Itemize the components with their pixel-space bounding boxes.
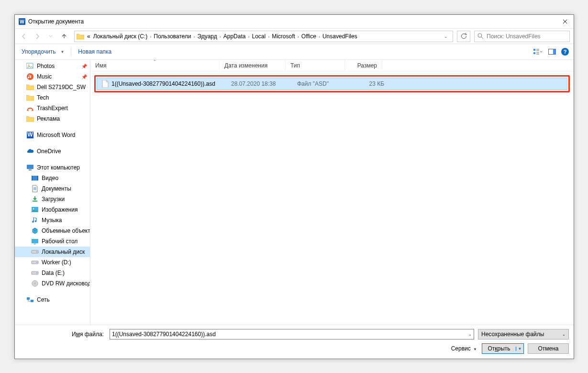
filename-input[interactable]: 1((Unsaved-308277901404224160)).asd ⌄ bbox=[110, 329, 474, 339]
separator bbox=[71, 47, 71, 57]
docs-icon bbox=[31, 185, 39, 192]
breadcrumb-separator-icon[interactable]: › bbox=[317, 34, 322, 39]
file-type-filter[interactable]: Несохраненные файлы ⌄ bbox=[478, 329, 569, 339]
refresh-button[interactable] bbox=[457, 31, 470, 42]
sidebar-item[interactable]: OneDrive bbox=[15, 146, 90, 157]
address-expand[interactable]: ⌄ bbox=[441, 34, 451, 39]
folder-icon bbox=[26, 94, 34, 102]
sidebar-item[interactable]: Music📌 bbox=[15, 71, 90, 82]
sidebar-item[interactable]: Сеть bbox=[15, 294, 90, 305]
arrow-up-icon bbox=[61, 33, 67, 40]
breadcrumb-separator-icon[interactable]: › bbox=[148, 34, 153, 39]
sidebar-item-label: Объемные объекты bbox=[42, 227, 90, 234]
close-button[interactable] bbox=[558, 15, 572, 28]
sidebar-item[interactable]: Локальный диск bbox=[15, 247, 90, 257]
breadcrumb-segment[interactable]: Local bbox=[251, 33, 266, 40]
sidebar-item[interactable]: Tech bbox=[15, 92, 90, 103]
breadcrumb-overflow[interactable]: « bbox=[86, 33, 91, 40]
svg-rect-12 bbox=[27, 165, 33, 169]
sidebar-item[interactable]: Photos📌 bbox=[15, 61, 90, 71]
breadcrumb-separator-icon[interactable]: › bbox=[192, 34, 197, 39]
sidebar-item[interactable]: Музыка bbox=[15, 215, 90, 226]
sidebar-item[interactable]: WMicrosoft Word bbox=[15, 130, 90, 140]
sidebar-item[interactable]: Изображения bbox=[15, 204, 90, 215]
breadcrumb-segment[interactable]: Эдуард bbox=[197, 33, 218, 40]
svg-point-18 bbox=[33, 208, 34, 210]
col-date[interactable]: Дата изменения bbox=[220, 60, 286, 71]
svg-rect-14 bbox=[32, 176, 38, 181]
open-button[interactable]: Открыть ▼ bbox=[482, 343, 524, 354]
breadcrumb-segment[interactable]: Пользователи bbox=[153, 33, 192, 40]
breadcrumb-separator-icon[interactable]: › bbox=[296, 34, 300, 39]
help-button[interactable]: ? bbox=[561, 48, 569, 56]
breadcrumb-separator-icon[interactable]: › bbox=[266, 34, 271, 39]
sidebar-item[interactable]: Рабочий стол bbox=[15, 236, 90, 247]
video-icon bbox=[31, 174, 39, 182]
sidebar-item[interactable]: Dell S2719DC_SW bbox=[15, 82, 90, 92]
organize-button[interactable]: Упорядочить bbox=[20, 46, 57, 57]
folder-icon bbox=[26, 83, 34, 91]
sidebar-item[interactable]: Документы bbox=[15, 183, 90, 194]
chevron-down-icon bbox=[49, 34, 53, 38]
dialog-title: Открытие документа bbox=[28, 18, 558, 25]
svg-point-9 bbox=[32, 110, 33, 111]
new-folder-button[interactable]: Новая папка bbox=[76, 46, 113, 57]
sidebar-item-label: Photos bbox=[37, 63, 55, 69]
refresh-icon bbox=[460, 33, 467, 40]
search-input[interactable]: Поиск: UnsavedFiles bbox=[474, 31, 570, 42]
svg-rect-30 bbox=[31, 300, 33, 302]
folder-icon bbox=[26, 115, 34, 123]
nav-recent-button[interactable] bbox=[44, 30, 57, 43]
sidebar-item[interactable]: Видео bbox=[15, 173, 90, 183]
sidebar-item[interactable]: Реклама bbox=[15, 113, 90, 124]
nav-up-button[interactable] bbox=[58, 30, 70, 43]
nav-back-button[interactable] bbox=[18, 30, 30, 43]
breadcrumb-segment[interactable]: Microsoft bbox=[271, 33, 296, 40]
column-headers: ⌃Имя Дата изменения Тип Размер bbox=[90, 60, 574, 71]
col-name[interactable]: ⌃Имя bbox=[90, 60, 220, 71]
file-row[interactable]: 1((Unsaved-308277901404224160)).asd 28.0… bbox=[97, 78, 567, 90]
address-bar[interactable]: « Локальный диск (C:)›Пользователи›Эдуар… bbox=[74, 31, 453, 42]
breadcrumb-segment[interactable]: AppData bbox=[222, 33, 247, 40]
open-split-button[interactable]: ▼ bbox=[516, 347, 523, 351]
svg-point-24 bbox=[36, 262, 37, 263]
svg-point-22 bbox=[36, 251, 37, 252]
sidebar-item[interactable]: Загрузки bbox=[15, 194, 90, 204]
svg-rect-4 bbox=[553, 49, 556, 55]
cancel-button[interactable]: Отмена bbox=[528, 343, 569, 354]
nav-forward-button[interactable] bbox=[31, 30, 44, 43]
file-size: 23 КБ bbox=[352, 80, 389, 87]
svg-point-28 bbox=[34, 283, 36, 284]
svg-rect-19 bbox=[32, 239, 38, 243]
sidebar-item-label: Этот компьютер bbox=[37, 164, 80, 171]
music-icon bbox=[26, 73, 34, 80]
titlebar: W Открытие документа bbox=[15, 15, 574, 28]
breadcrumb-segment[interactable]: UnsavedFiles bbox=[322, 33, 358, 40]
tools-button[interactable]: Сервис ▼ bbox=[450, 344, 478, 353]
breadcrumb-separator-icon[interactable]: › bbox=[218, 34, 222, 39]
svg-rect-20 bbox=[34, 244, 36, 244]
sidebar-item-label: Изображения bbox=[42, 206, 78, 213]
dialog-body: Photos📌Music📌Dell S2719DC_SWTechTrashExp… bbox=[15, 60, 574, 325]
sidebar-item-label: DVD RW дисковод bbox=[42, 280, 90, 287]
organize-dropdown-icon[interactable]: ▼ bbox=[60, 50, 66, 54]
sidebar-item[interactable]: TrashExpert bbox=[15, 103, 90, 113]
drive-icon bbox=[31, 248, 39, 256]
col-type[interactable]: Тип bbox=[286, 60, 345, 71]
svg-rect-16 bbox=[37, 176, 38, 181]
sidebar-item[interactable]: Объемные объекты bbox=[15, 226, 90, 236]
view-icon bbox=[533, 48, 542, 55]
filename-dropdown-icon[interactable]: ⌄ bbox=[468, 332, 472, 337]
breadcrumb-segment[interactable]: Локальный диск (C:) bbox=[92, 33, 149, 40]
toolbar: Упорядочить ▼ Новая папка ? bbox=[15, 44, 574, 60]
col-size[interactable]: Размер bbox=[345, 60, 382, 71]
view-options-button[interactable] bbox=[533, 46, 543, 57]
sidebar-item[interactable]: DVD RW дисковод bbox=[15, 278, 90, 289]
sidebar-item[interactable]: Этот компьютер bbox=[15, 162, 90, 173]
net-icon bbox=[26, 296, 34, 304]
sidebar-item[interactable]: Data (E:) bbox=[15, 268, 90, 278]
svg-rect-1 bbox=[533, 49, 535, 51]
preview-pane-button[interactable] bbox=[547, 46, 557, 57]
breadcrumb-segment[interactable]: Office bbox=[300, 33, 317, 40]
sidebar-item[interactable]: Worker (D:) bbox=[15, 257, 90, 268]
